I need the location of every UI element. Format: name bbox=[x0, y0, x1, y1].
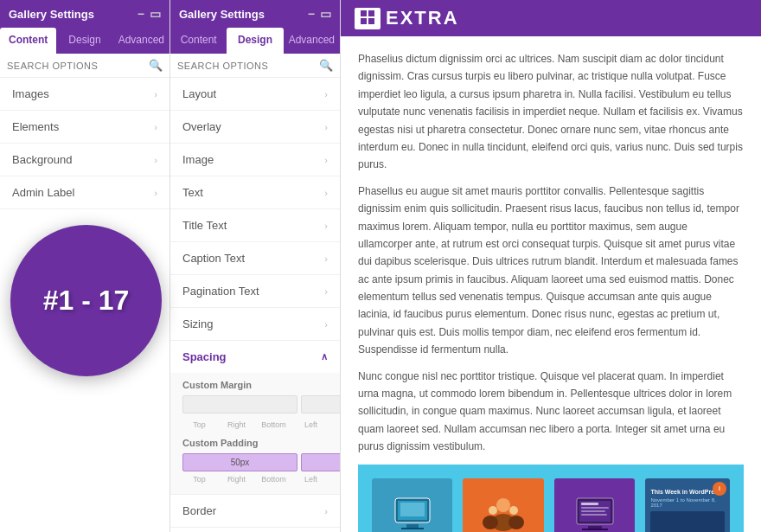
chevron-icon: › bbox=[324, 221, 328, 231]
sublabel-right: Right bbox=[220, 420, 253, 429]
gallery-section: SCREEN SHOT 2017-12-11 AT 10.48.17 AM FE… bbox=[358, 465, 744, 532]
spacing-content: Custom Margin Top Right Bottom Left Cust… bbox=[170, 373, 340, 494]
svg-point-11 bbox=[489, 506, 497, 515]
wp-svg-icon bbox=[573, 491, 617, 532]
padding-sublabel-left: Left bbox=[294, 475, 328, 484]
panel-item-elements[interactable]: Elements › bbox=[0, 111, 169, 144]
logo-box bbox=[355, 8, 380, 29]
chevron-icon: › bbox=[324, 188, 328, 198]
panel-1-header-icons: − ▭ bbox=[137, 7, 161, 21]
margin-sublabels: Top Right Bottom Left bbox=[182, 420, 328, 429]
gallery-item-2[interactable]: FEATURED IMAGE - WORDPRESS USER ROLES bbox=[463, 478, 543, 532]
svg-rect-5 bbox=[406, 524, 419, 528]
chevron-icon: › bbox=[154, 122, 157, 132]
chevron-icon: › bbox=[324, 319, 328, 330]
panel-2-search-bar: 🔍 bbox=[170, 54, 340, 78]
chevron-icon: › bbox=[324, 506, 328, 516]
gallery-item-1[interactable]: SCREEN SHOT 2017-12-11 AT 10.48.17 AM bbox=[372, 478, 452, 532]
panel-item-overlay[interactable]: Overlay › bbox=[170, 111, 340, 144]
chevron-icon: › bbox=[324, 122, 328, 132]
padding-right[interactable] bbox=[301, 453, 340, 471]
svg-point-13 bbox=[509, 506, 518, 515]
svg-rect-20 bbox=[581, 514, 607, 516]
panel-2-search-input[interactable] bbox=[177, 61, 319, 71]
chevron-icon: › bbox=[324, 89, 328, 99]
panel-item-title-text[interactable]: Title Text › bbox=[170, 209, 340, 242]
panel-2-header-icons: − ▭ bbox=[308, 7, 331, 21]
gallery-img-3 bbox=[554, 478, 635, 532]
chevron-icon: › bbox=[154, 188, 157, 198]
body-para-2: Phasellus eu augue sit amet mauris portt… bbox=[358, 183, 744, 359]
spacing-header[interactable]: Spacing ∧ bbox=[170, 341, 340, 373]
tab-design-1[interactable]: Design bbox=[56, 28, 112, 54]
panel-2-title: Gallery Settings bbox=[179, 8, 265, 21]
body-para-1: Phaselius dictum dignissim orci ac ultri… bbox=[358, 50, 744, 174]
tab-design-2[interactable]: Design bbox=[227, 28, 283, 54]
svg-rect-0 bbox=[361, 10, 367, 16]
gallery-img-1 bbox=[372, 478, 452, 532]
maximize-icon-2[interactable]: ▭ bbox=[320, 7, 331, 21]
chevron-icon: › bbox=[324, 253, 328, 264]
logo-icon bbox=[360, 10, 375, 25]
gallery-img-2 bbox=[463, 478, 543, 532]
chevron-icon: › bbox=[324, 286, 328, 297]
panel-item-layout[interactable]: Layout › bbox=[170, 78, 340, 111]
sublabel-bottom: Bottom bbox=[257, 420, 291, 429]
gallery-item-3[interactable]: FEATURED IMAGE - WP CUSTOMIZER UPDATES bbox=[554, 478, 635, 532]
wp-blog-bar bbox=[650, 511, 725, 532]
panel-item-border[interactable]: Border › bbox=[170, 495, 340, 528]
padding-top[interactable] bbox=[182, 453, 297, 471]
content-body: Phaselius dictum dignissim orci ac ultri… bbox=[341, 36, 761, 532]
custom-padding-label: Custom Padding bbox=[182, 438, 328, 448]
panel-1-search-bar: 🔍 bbox=[0, 54, 169, 78]
padding-sublabel-bottom: Bottom bbox=[257, 475, 291, 484]
padding-sublabel-top: Top bbox=[182, 475, 216, 484]
margin-right[interactable] bbox=[301, 395, 340, 413]
panel-1-header: Gallery Settings − ▭ bbox=[0, 0, 169, 28]
svg-rect-21 bbox=[588, 526, 602, 529]
panel-item-background[interactable]: Background › bbox=[0, 144, 169, 176]
panel-item-box-shadow[interactable]: Box Shadow › bbox=[170, 528, 340, 532]
wp-blog-date: November 1 to November 8, 2017 bbox=[650, 497, 725, 508]
svg-rect-19 bbox=[581, 510, 605, 512]
svg-rect-17 bbox=[581, 503, 598, 505]
svg-rect-2 bbox=[361, 18, 367, 24]
extra-logo: EXTRA bbox=[355, 7, 459, 29]
panel-1-search-input[interactable] bbox=[7, 61, 149, 71]
svg-rect-18 bbox=[581, 507, 609, 509]
chevron-icon: › bbox=[324, 155, 328, 165]
panel-2-items: Layout › Overlay › Image › Text › Title … bbox=[170, 78, 340, 532]
padding-sublabel-right: Right bbox=[220, 475, 253, 484]
svg-point-12 bbox=[483, 516, 498, 529]
panel-item-text[interactable]: Text › bbox=[170, 176, 340, 209]
margin-grid bbox=[182, 395, 328, 413]
svg-rect-22 bbox=[582, 529, 608, 530]
body-para-3: Nunc congue nisl nec porttitor tristique… bbox=[358, 368, 744, 456]
svg-point-14 bbox=[508, 516, 524, 529]
panel-item-sizing[interactable]: Sizing › bbox=[170, 308, 340, 341]
panel-item-images[interactable]: Images › bbox=[0, 78, 169, 111]
search-icon-2: 🔍 bbox=[319, 59, 333, 72]
minimize-icon[interactable]: − bbox=[137, 7, 144, 21]
maximize-icon[interactable]: ▭ bbox=[150, 7, 161, 21]
minimize-icon-2[interactable]: − bbox=[308, 7, 315, 21]
panel-item-image[interactable]: Image › bbox=[170, 144, 340, 176]
tab-advanced-1[interactable]: Advanced bbox=[113, 28, 169, 54]
svg-rect-3 bbox=[368, 18, 374, 24]
panel-2: Gallery Settings − ▭ Content Design Adva… bbox=[170, 0, 341, 532]
gallery-img-4: i This Week in WordPress November 1 to N… bbox=[645, 478, 730, 532]
badge-text: #1 - 17 bbox=[43, 285, 130, 317]
sublabel-top: Top bbox=[182, 420, 216, 429]
tab-content-2[interactable]: Content bbox=[170, 28, 227, 54]
tab-content-1[interactable]: Content bbox=[0, 28, 56, 54]
tab-advanced-2[interactable]: Advanced bbox=[284, 28, 340, 54]
chevron-up-icon: ∧ bbox=[321, 351, 328, 362]
content-area: EXTRA Phaselius dictum dignissim orci ac… bbox=[341, 0, 761, 532]
panel-item-caption-text[interactable]: Caption Text › bbox=[170, 242, 340, 275]
panel-item-pagination-text[interactable]: Pagination Text › bbox=[170, 275, 340, 308]
panel-item-admin-label[interactable]: Admin Label › bbox=[0, 176, 169, 209]
svg-rect-1 bbox=[368, 10, 374, 16]
gallery-item-4[interactable]: i This Week in WordPress November 1 to N… bbox=[645, 478, 730, 532]
margin-top[interactable] bbox=[182, 395, 297, 413]
custom-margin-label: Custom Margin bbox=[182, 380, 328, 390]
